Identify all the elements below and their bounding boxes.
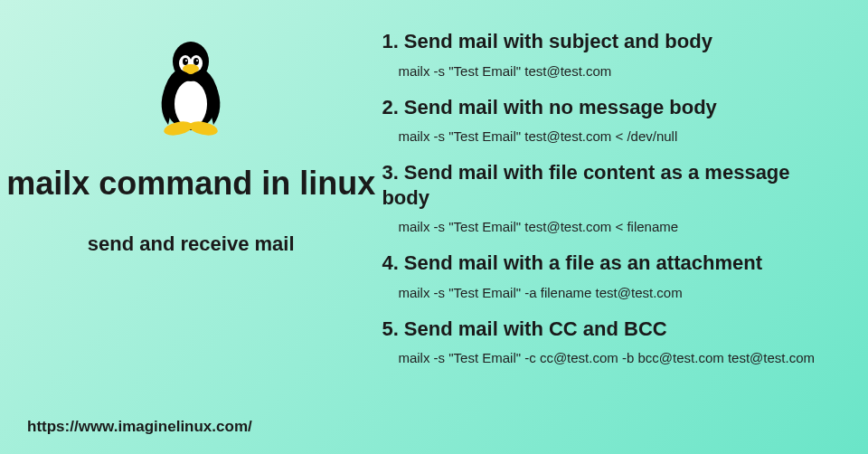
svg-point-1 (175, 80, 207, 128)
examples-list: 1. Send mail with subject and body mailx… (382, 0, 868, 454)
example-heading: 4. Send mail with a file as an attachmen… (382, 251, 832, 276)
page-title: mailx command in linux (6, 163, 375, 205)
left-panel: mailx command in linux send and receive … (0, 0, 382, 454)
example-heading: 3. Send mail with file content as a mess… (382, 160, 832, 210)
page-subtitle: send and receive mail (88, 232, 295, 256)
tux-penguin-icon (146, 36, 236, 136)
example-command: mailx -s "Test Email" -c cc@test.com -b … (382, 350, 832, 365)
svg-point-9 (183, 64, 199, 73)
example-heading: 2. Send mail with no message body (382, 95, 832, 120)
example-heading: 1. Send mail with subject and body (382, 29, 832, 54)
example-command: mailx -s "Test Email" test@test.com (382, 63, 832, 79)
footer-url: https://www.imaginelinux.com/ (27, 418, 252, 436)
example-item: 3. Send mail with file content as a mess… (382, 160, 832, 234)
svg-point-8 (196, 60, 198, 61)
svg-point-7 (185, 60, 187, 61)
example-item: 2. Send mail with no message body mailx … (382, 95, 832, 145)
svg-point-6 (193, 58, 199, 65)
example-item: 5. Send mail with CC and BCC mailx -s "T… (382, 317, 832, 366)
example-command: mailx -s "Test Email" test@test.com < fi… (382, 219, 832, 234)
example-command: mailx -s "Test Email" test@test.com < /d… (382, 128, 832, 144)
example-item: 1. Send mail with subject and body mailx… (382, 29, 832, 79)
svg-point-5 (183, 58, 188, 65)
page-container: mailx command in linux send and receive … (0, 0, 868, 454)
example-item: 4. Send mail with a file as an attachmen… (382, 251, 832, 300)
example-heading: 5. Send mail with CC and BCC (382, 317, 832, 342)
example-command: mailx -s "Test Email" -a filename test@t… (382, 285, 832, 300)
